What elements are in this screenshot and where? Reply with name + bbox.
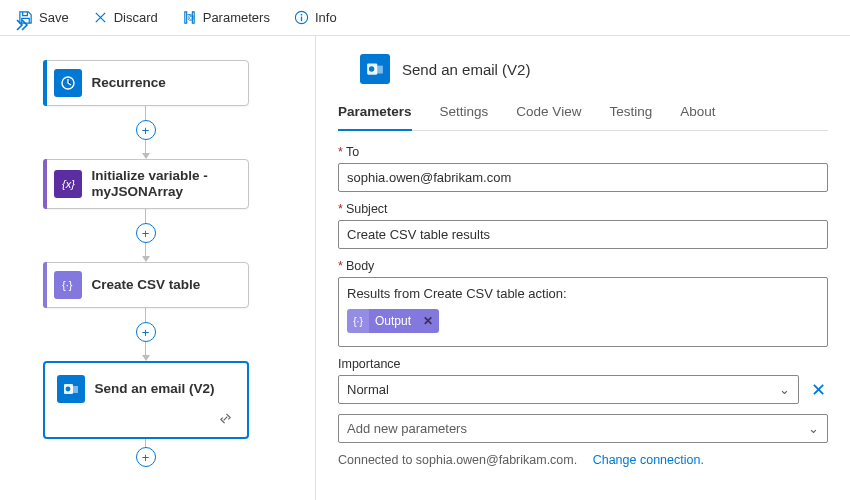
importance-select[interactable]: Normal ⌄ bbox=[338, 375, 799, 404]
clear-importance-button[interactable]: ✕ bbox=[809, 377, 828, 403]
token-icon: {·} bbox=[347, 309, 369, 333]
data-operation-icon: {·} bbox=[54, 271, 82, 299]
recurrence-icon bbox=[54, 69, 82, 97]
parameters-button[interactable]: @ Parameters bbox=[172, 6, 280, 29]
chevron-down-icon: ⌄ bbox=[779, 382, 790, 397]
parameters-icon: @ bbox=[182, 10, 197, 25]
toolbar: Save Discard @ Parameters Info bbox=[0, 0, 850, 36]
tab-testing[interactable]: Testing bbox=[609, 98, 652, 130]
step-label: Initialize variable - myJSONArray bbox=[92, 168, 238, 200]
step-send-email[interactable]: Send an email (V2) bbox=[43, 361, 249, 439]
output-token[interactable]: {·} Output ✕ bbox=[347, 309, 439, 333]
step-label: Send an email (V2) bbox=[95, 381, 215, 397]
step-label: Recurrence bbox=[92, 75, 166, 91]
properties-panel: Send an email (V2) Parameters Settings C… bbox=[315, 36, 850, 500]
svg-text:{·}: {·} bbox=[62, 279, 73, 291]
outlook-icon bbox=[57, 375, 85, 403]
add-step-button[interactable]: + bbox=[136, 447, 156, 467]
discard-button[interactable]: Discard bbox=[83, 6, 168, 29]
add-step-button[interactable]: + bbox=[136, 120, 156, 140]
svg-point-12 bbox=[369, 66, 374, 71]
panel-tabs: Parameters Settings Code View Testing Ab… bbox=[338, 98, 828, 131]
discard-label: Discard bbox=[114, 10, 158, 25]
body-input[interactable]: Results from Create CSV table action: {·… bbox=[338, 277, 828, 347]
svg-rect-3 bbox=[301, 17, 302, 22]
add-parameters-select[interactable]: Add new parameters ⌄ bbox=[338, 414, 828, 443]
step-label: Create CSV table bbox=[92, 277, 201, 293]
outlook-icon bbox=[360, 54, 390, 84]
to-input[interactable]: sophia.owen@fabrikam.com bbox=[338, 163, 828, 192]
save-label: Save bbox=[39, 10, 69, 25]
change-connection-link[interactable]: Change connection. bbox=[593, 453, 704, 467]
subject-input[interactable]: Create CSV table results bbox=[338, 220, 828, 249]
variable-icon: {x} bbox=[54, 170, 82, 198]
svg-point-2 bbox=[301, 14, 303, 16]
connection-icon[interactable] bbox=[218, 411, 233, 429]
step-create-csv-table[interactable]: {·} Create CSV table bbox=[43, 262, 249, 308]
info-label: Info bbox=[315, 10, 337, 25]
svg-rect-8 bbox=[69, 386, 78, 393]
tab-codeview[interactable]: Code View bbox=[516, 98, 581, 130]
remove-token-icon[interactable]: ✕ bbox=[419, 314, 433, 328]
svg-point-9 bbox=[65, 387, 70, 392]
svg-text:{x}: {x} bbox=[62, 178, 75, 190]
to-label: *To bbox=[338, 145, 828, 159]
body-text: Results from Create CSV table action: bbox=[347, 286, 819, 301]
discard-icon bbox=[93, 10, 108, 25]
svg-rect-11 bbox=[373, 66, 383, 74]
step-recurrence[interactable]: Recurrence bbox=[43, 60, 249, 106]
svg-text:@: @ bbox=[187, 13, 195, 22]
importance-label: Importance bbox=[338, 357, 828, 371]
add-step-button[interactable]: + bbox=[136, 223, 156, 243]
workflow-canvas: Recurrence + {x} Initialize variable - m… bbox=[0, 36, 315, 500]
tab-settings[interactable]: Settings bbox=[440, 98, 489, 130]
info-button[interactable]: Info bbox=[284, 6, 347, 29]
step-initialize-variable[interactable]: {x} Initialize variable - myJSONArray bbox=[43, 159, 249, 209]
subject-label: *Subject bbox=[338, 202, 828, 216]
info-icon bbox=[294, 10, 309, 25]
body-label: *Body bbox=[338, 259, 828, 273]
connection-footer: Connected to sophia.owen@fabrikam.com. C… bbox=[338, 453, 828, 467]
parameters-label: Parameters bbox=[203, 10, 270, 25]
chevron-down-icon: ⌄ bbox=[808, 421, 819, 436]
tab-parameters[interactable]: Parameters bbox=[338, 98, 412, 131]
tab-about[interactable]: About bbox=[680, 98, 715, 130]
panel-title: Send an email (V2) bbox=[402, 61, 530, 78]
add-step-button[interactable]: + bbox=[136, 322, 156, 342]
